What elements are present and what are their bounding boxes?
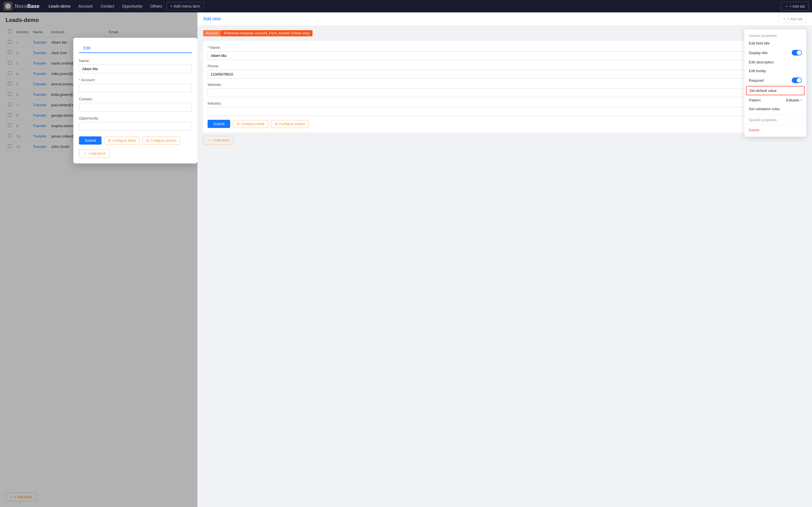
- right-add-block-button[interactable]: ＋ + Add block: [203, 136, 234, 145]
- gear-icon-right: ⚙: [237, 122, 240, 126]
- edit-form-field: Name:: [79, 59, 192, 73]
- nav-account[interactable]: Account: [75, 2, 96, 10]
- gear-icon-right-2: ⚙: [275, 122, 278, 126]
- right-field-label: Industry:: [208, 101, 802, 105]
- field-label: Opportunity:: [79, 116, 192, 120]
- add-new-title[interactable]: Add new: [203, 16, 220, 21]
- right-field-input[interactable]: [208, 89, 802, 97]
- field-label: Name:: [79, 59, 192, 63]
- right-field-input[interactable]: [208, 107, 802, 116]
- modal-add-block-button[interactable]: ＋ + Add block: [79, 149, 109, 158]
- dropdown-pattern[interactable]: Pattern Editable ▾: [744, 96, 806, 105]
- edit-form-field: Contact:: [79, 97, 192, 112]
- logo-text: NocoBase: [15, 3, 40, 9]
- right-form: ⊞ ⊟ ≡ * Name: Phone: Website: Industry: …: [203, 41, 806, 132]
- tab-edit[interactable]: Edit: [79, 43, 95, 53]
- required-toggle[interactable]: [792, 77, 802, 83]
- dropdown-edit-tooltip[interactable]: Edit tooltip: [744, 66, 806, 75]
- dropdown-set-validation-rules[interactable]: Set validation rules: [744, 105, 806, 113]
- nav-others[interactable]: Others: [147, 2, 165, 10]
- add-tab-button[interactable]: ＋ + Add tab: [781, 2, 809, 11]
- modal-tab-bar: Edit: [79, 43, 192, 53]
- configure-actions-button[interactable]: ⚙ Configure actions: [142, 137, 180, 145]
- right-panel: Add new ＋ + Add tab Account Reference te…: [197, 12, 812, 507]
- editable-control[interactable]: Editable ▾: [786, 98, 802, 102]
- right-form-field: Industry:: [208, 101, 802, 116]
- left-panel: Leads-demo Actions Name Account Email 1 …: [0, 12, 197, 507]
- dropdown-menu: Generic properties Edit field title Disp…: [744, 29, 806, 137]
- dropdown-display-title[interactable]: Display title: [744, 48, 806, 58]
- chevron-down-icon: ▾: [801, 99, 802, 102]
- dropdown-edit-field-title[interactable]: Edit field title: [744, 39, 806, 48]
- plus-icon-modal: ＋: [83, 151, 87, 156]
- logo: NocoBase: [3, 2, 40, 11]
- plus-icon: ＋: [784, 4, 788, 9]
- dropdown-set-default-value[interactable]: Set default value: [746, 86, 805, 95]
- right-form-field: * Name:: [208, 45, 802, 60]
- display-title-toggle[interactable]: [792, 50, 802, 56]
- nav-contact[interactable]: Contact: [97, 2, 117, 10]
- right-add-tab-button[interactable]: ＋ + Add tab: [779, 15, 806, 23]
- right-form-field: Phone:: [208, 64, 802, 78]
- right-configure-fields-button[interactable]: ⚙ Configure fields: [233, 120, 268, 128]
- field-input[interactable]: [79, 64, 192, 73]
- right-field-label: Website:: [208, 82, 802, 87]
- top-nav: NocoBase Leads-demo Account Contact Oppo…: [0, 0, 812, 12]
- edit-form-field: * Account:: [79, 78, 192, 93]
- field-label: Contact:: [79, 97, 192, 101]
- nav-opportunity[interactable]: Opportunity: [119, 2, 146, 10]
- right-content: Account Reference template: Account_Form…: [197, 25, 812, 507]
- dropdown-required[interactable]: Required: [744, 75, 806, 86]
- breadcrumb-reference: Reference template: Account_Form_transfe…: [221, 30, 312, 36]
- breadcrumb: Account Reference template: Account_Form…: [203, 30, 806, 36]
- plus-icon-right: ＋: [782, 16, 786, 21]
- gear-icon: ⚙: [108, 139, 111, 143]
- add-menu-item[interactable]: + Add menu item: [167, 2, 204, 10]
- right-form-field: Website:: [208, 82, 802, 97]
- right-modal-actions: Submit ⚙ Configure fields ⚙ Configure ac…: [208, 120, 802, 128]
- generic-properties-label: Generic properties: [744, 32, 806, 39]
- right-submit-button[interactable]: Submit: [208, 120, 230, 128]
- configure-fields-button[interactable]: ⚙ Configure fields: [104, 137, 139, 145]
- gear-icon-2: ⚙: [146, 139, 149, 143]
- field-input[interactable]: [79, 103, 192, 112]
- plus-icon-right-block: ＋: [207, 138, 211, 143]
- modal-actions: Submit ⚙ Configure fields ⚙ Configure ac…: [79, 136, 192, 145]
- right-header: Add new ＋ + Add tab: [197, 12, 812, 25]
- right-field-label: Phone:: [208, 64, 802, 68]
- nav-leads-demo[interactable]: Leads-demo: [45, 2, 74, 10]
- field-input[interactable]: [79, 122, 192, 131]
- right-field-input[interactable]: [208, 51, 802, 60]
- logo-icon: [3, 2, 12, 11]
- dropdown-edit-description[interactable]: Edit description: [744, 58, 806, 66]
- submit-button[interactable]: Submit: [79, 136, 102, 145]
- right-field-label: * Name:: [208, 45, 802, 50]
- breadcrumb-account: Account: [203, 30, 221, 36]
- field-input[interactable]: [79, 84, 192, 93]
- dropdown-delete[interactable]: Delete: [744, 126, 806, 134]
- field-label: * Account:: [79, 78, 192, 82]
- edit-modal: Edit Name: * Account: Contact: Opportuni…: [73, 38, 197, 163]
- dropdown-divider: [744, 114, 806, 115]
- right-configure-actions-button[interactable]: ⚙ Configure actions: [271, 120, 309, 128]
- edit-form-field: Opportunity:: [79, 116, 192, 131]
- right-field-input[interactable]: [208, 70, 802, 78]
- specific-properties-label: Specific properties: [744, 116, 806, 123]
